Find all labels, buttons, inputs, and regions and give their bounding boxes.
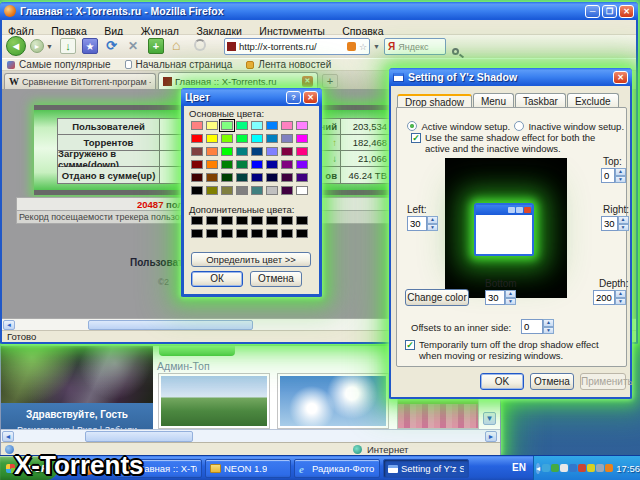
custom-color-swatch[interactable] xyxy=(251,229,263,238)
color-swatch[interactable] xyxy=(251,186,263,195)
firefox-title-bar[interactable]: Главная :: X-Torrents.ru - Mozilla Firef… xyxy=(0,2,638,20)
help-button[interactable]: ? xyxy=(286,91,301,104)
photo-card[interactable] xyxy=(277,373,389,429)
color-swatch[interactable] xyxy=(236,134,248,143)
bookmark-item[interactable]: Лента новостей xyxy=(246,59,331,70)
color-swatch[interactable] xyxy=(266,160,278,169)
color-swatch[interactable] xyxy=(296,134,308,143)
color-swatch[interactable] xyxy=(236,173,248,182)
spin-up-icon[interactable]: ▲ xyxy=(505,290,516,298)
temp-disable-checkbox[interactable]: ✓ Temporarily turn off the drop shadow e… xyxy=(405,340,617,361)
right-spinner[interactable]: 30 ▲▼ xyxy=(601,216,629,231)
taskbar-button-yzshadow[interactable]: Setting of Y'z Sha... xyxy=(383,459,469,478)
scroll-thumb[interactable] xyxy=(88,320,253,330)
color-swatch[interactable] xyxy=(296,147,308,156)
color-swatch[interactable] xyxy=(251,173,263,182)
photo-card[interactable] xyxy=(158,373,270,429)
color-swatch[interactable] xyxy=(221,173,233,182)
scroll-left-button[interactable]: ◄ xyxy=(3,320,15,330)
color-swatch[interactable] xyxy=(236,147,248,156)
url-dropdown-icon[interactable]: ▼ xyxy=(373,43,380,50)
tray-update-icon[interactable] xyxy=(578,464,586,472)
new-tab-icon[interactable]: + xyxy=(148,38,164,54)
custom-color-swatch[interactable] xyxy=(266,216,278,225)
custom-color-swatch[interactable] xyxy=(221,229,233,238)
depth-value[interactable]: 200 xyxy=(593,290,615,305)
color-swatch[interactable] xyxy=(221,121,233,130)
bookmark-item[interactable]: Начальная страница xyxy=(125,59,233,70)
define-color-button[interactable]: Определить цвет >> xyxy=(191,252,311,267)
scroll-thumb[interactable] xyxy=(85,431,193,442)
bottom-spinner[interactable]: 30 ▲▼ xyxy=(485,290,516,305)
custom-color-swatch[interactable] xyxy=(191,229,203,238)
tab-close-icon[interactable]: ✕ xyxy=(302,76,313,87)
yz-dialog-title-bar[interactable]: Setting of Y'z Shadow ✕ xyxy=(389,68,632,86)
yz-shadow-dialog[interactable]: Setting of Y'z Shadow ✕ Drop shadowMenuT… xyxy=(389,68,632,399)
close-button[interactable]: ✕ xyxy=(613,71,628,84)
color-swatch[interactable] xyxy=(266,186,278,195)
top-value[interactable]: 0 xyxy=(601,168,615,183)
color-swatch[interactable] xyxy=(281,160,293,169)
color-swatch[interactable] xyxy=(206,121,218,130)
color-swatch[interactable] xyxy=(206,186,218,195)
color-swatch[interactable] xyxy=(296,160,308,169)
color-swatch[interactable] xyxy=(281,134,293,143)
color-dialog[interactable]: Цвет ? ✕ Основные цвета: Дополнительные … xyxy=(181,88,322,297)
color-swatch[interactable] xyxy=(191,134,203,143)
color-swatch[interactable] xyxy=(281,147,293,156)
new-tab-button[interactable]: + xyxy=(322,74,338,88)
scroll-down-button[interactable]: ▼ xyxy=(483,412,496,425)
left-value[interactable]: 30 xyxy=(407,216,427,231)
star-icon[interactable]: ☆ xyxy=(359,42,367,52)
tray-agent-icon[interactable] xyxy=(560,464,568,472)
bottom-value[interactable]: 30 xyxy=(485,290,505,305)
spin-down-icon[interactable]: ▼ xyxy=(615,176,626,184)
custom-color-swatch[interactable] xyxy=(296,216,308,225)
tray-shield-icon[interactable] xyxy=(551,464,559,472)
stop-icon[interactable]: ✕ xyxy=(128,39,138,53)
language-indicator[interactable]: EN xyxy=(512,462,526,473)
color-swatch[interactable] xyxy=(281,121,293,130)
color-swatch[interactable] xyxy=(221,186,233,195)
custom-color-swatch[interactable] xyxy=(206,216,218,225)
ok-button[interactable]: ОК xyxy=(191,271,243,287)
bookmark-item[interactable]: Самые популярные xyxy=(7,59,111,70)
tab-inactive[interactable]: W Сравнение BitTorrent-програм — Ви... xyxy=(4,73,156,89)
scroll-left-button[interactable]: ◄ xyxy=(2,431,14,442)
tab-active[interactable]: Главная :: X-Torrents.ru ✕ xyxy=(158,72,318,89)
custom-color-swatch[interactable] xyxy=(266,229,278,238)
spin-down-icon[interactable]: ▼ xyxy=(618,224,629,232)
spin-down-icon[interactable]: ▼ xyxy=(615,298,626,306)
bookmark-star-icon[interactable]: ★ xyxy=(82,38,98,54)
search-field[interactable]: Я Яндекс xyxy=(384,38,446,55)
tray-display-icon[interactable] xyxy=(542,464,550,472)
spin-up-icon[interactable]: ▲ xyxy=(615,168,626,176)
color-swatch[interactable] xyxy=(191,186,203,195)
color-swatch[interactable] xyxy=(191,121,203,130)
spin-up-icon[interactable]: ▲ xyxy=(618,216,629,224)
color-swatch[interactable] xyxy=(191,173,203,182)
taskbar-button-neon[interactable]: NEON 1.9 xyxy=(205,459,291,478)
color-swatch[interactable] xyxy=(221,160,233,169)
minimize-button[interactable]: ─ xyxy=(585,5,600,18)
cancel-button[interactable]: Отмена xyxy=(530,373,574,390)
spin-down-icon[interactable]: ▼ xyxy=(427,224,438,232)
color-swatch[interactable] xyxy=(206,160,218,169)
custom-color-swatch[interactable] xyxy=(281,229,293,238)
color-swatch[interactable] xyxy=(251,134,263,143)
tray-volume-icon[interactable] xyxy=(596,464,604,472)
color-swatch[interactable] xyxy=(266,147,278,156)
color-swatch[interactable] xyxy=(236,160,248,169)
forward-button[interactable]: ► xyxy=(30,39,44,53)
same-shadow-checkbox[interactable]: ✓ Use the same shadow effect for both th… xyxy=(411,133,616,154)
custom-color-swatch[interactable] xyxy=(191,216,203,225)
color-swatch[interactable] xyxy=(266,173,278,182)
reload-icon[interactable]: ⟳ xyxy=(106,38,117,53)
color-swatch[interactable] xyxy=(296,186,308,195)
custom-color-swatch[interactable] xyxy=(296,229,308,238)
color-swatch[interactable] xyxy=(251,160,263,169)
change-color-button[interactable]: Change color xyxy=(405,289,469,306)
download-icon[interactable]: ↓ xyxy=(60,38,76,54)
custom-color-swatch[interactable] xyxy=(206,229,218,238)
close-button[interactable]: ✕ xyxy=(303,91,318,104)
